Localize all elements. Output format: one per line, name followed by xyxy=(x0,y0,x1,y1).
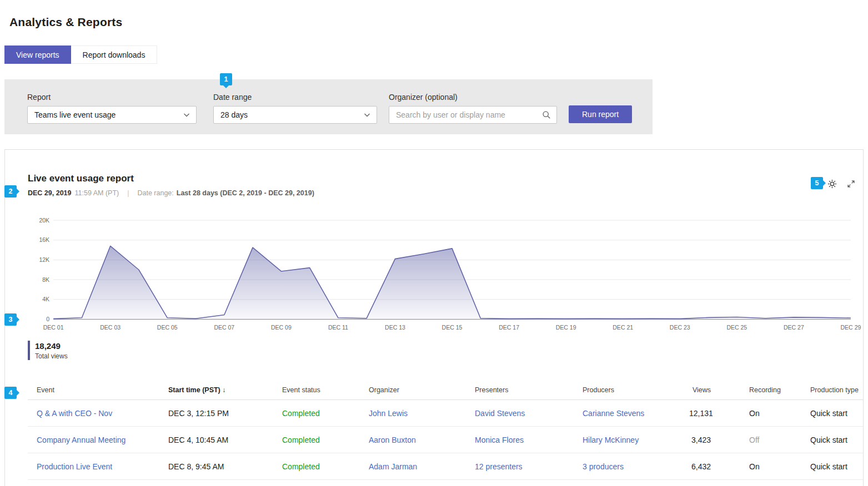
report-card-actions xyxy=(827,179,855,189)
chevron-down-icon xyxy=(363,111,371,119)
tab-view-reports[interactable]: View reports xyxy=(4,45,71,64)
organizer-label: Organizer (optional) xyxy=(389,93,557,102)
svg-text:DEC 27: DEC 27 xyxy=(784,324,804,331)
presenters-link[interactable]: David Stevens xyxy=(475,400,583,427)
producers-link[interactable]: Carianne Stevens xyxy=(583,400,689,427)
recording-cell: On xyxy=(736,453,810,480)
svg-text:DEC 13: DEC 13 xyxy=(385,324,405,331)
event-status-cell: Completed xyxy=(282,427,369,453)
date-range-label: Date range xyxy=(213,93,377,102)
chart-legend: 18,249 Total views xyxy=(28,341,863,360)
run-report-button[interactable]: Run report xyxy=(569,105,632,123)
svg-text:20K: 20K xyxy=(39,217,49,224)
column-views[interactable]: Views xyxy=(689,381,736,400)
table-header-row: Event Start time (PST) ↓ Event status Or… xyxy=(28,381,863,400)
column-event[interactable]: Event xyxy=(28,381,168,400)
total-views-label: Total views xyxy=(35,352,68,360)
report-title: Live event usage report xyxy=(28,173,863,184)
total-views-value: 18,249 xyxy=(35,341,68,351)
column-recording[interactable]: Recording xyxy=(736,381,810,400)
report-card: Live event usage report DEC 29, xyxy=(4,149,864,486)
presenters-link[interactable]: 12 presenters xyxy=(475,453,583,480)
producers-link[interactable]: 3 producers xyxy=(583,453,689,480)
legend-color-bar xyxy=(28,341,30,360)
tab-bar: View reports Report downloads xyxy=(4,45,868,64)
presenters-link[interactable]: Monica Flores xyxy=(475,427,583,453)
views-cell: 6,432 xyxy=(689,453,736,480)
event-status-cell: Completed xyxy=(282,400,369,427)
date-range-caption: Date range: xyxy=(137,189,173,197)
column-presenters[interactable]: Presenters xyxy=(475,381,583,400)
svg-text:DEC 07: DEC 07 xyxy=(214,324,234,331)
start-time-cell: DEC 4, 10:45 AM xyxy=(168,427,282,453)
svg-text:DEC 17: DEC 17 xyxy=(499,324,519,331)
date-range-value: 28 days xyxy=(220,110,248,119)
organizer-search-box xyxy=(389,106,557,124)
callout-5-card-actions: 5 xyxy=(811,177,823,189)
table-row: Q & A with CEO - Nov DEC 3, 12:15 PM Com… xyxy=(28,400,863,427)
svg-text:DEC 01: DEC 01 xyxy=(43,324,64,331)
events-table: Event Start time (PST) ↓ Event status Or… xyxy=(28,381,863,480)
recording-cell: Off xyxy=(736,427,810,453)
svg-text:12K: 12K xyxy=(39,256,49,263)
report-select-value: Teams live event usage xyxy=(34,110,116,119)
production-type-cell: Quick start xyxy=(810,427,863,453)
column-production-type[interactable]: Production type xyxy=(810,381,863,400)
date-range-select[interactable]: 28 days xyxy=(213,106,377,124)
search-icon xyxy=(542,110,551,119)
column-organizer[interactable]: Organizer xyxy=(369,381,475,400)
event-link[interactable]: Q & A with CEO - Nov xyxy=(28,400,168,427)
svg-text:0: 0 xyxy=(46,316,49,322)
svg-text:DEC 11: DEC 11 xyxy=(328,324,348,331)
report-select-group: Report Teams live event usage xyxy=(27,93,197,124)
report-card-header: Live event usage report xyxy=(28,173,863,184)
callout-2-report-timestamp: 2 xyxy=(4,185,17,198)
column-start-time[interactable]: Start time (PST) ↓ xyxy=(168,381,282,400)
organizer-link[interactable]: John Lewis xyxy=(369,400,475,427)
start-time-cell: DEC 8, 9:45 AM xyxy=(168,453,282,480)
svg-text:DEC 15: DEC 15 xyxy=(442,324,463,331)
usage-area-chart: 04K8K12K16K20KDEC 01DEC 03DEC 05DEC 07DE… xyxy=(28,216,863,334)
svg-text:DEC 23: DEC 23 xyxy=(670,324,690,331)
callout-3-chart-axis: 3 xyxy=(4,313,17,326)
start-time-cell: DEC 3, 12:15 PM xyxy=(168,400,282,427)
event-link[interactable]: Company Annual Meeting xyxy=(28,427,168,453)
svg-text:8K: 8K xyxy=(42,276,49,283)
page-title: Analytics & Reports xyxy=(0,0,868,29)
report-date: DEC 29, 2019 xyxy=(28,189,72,197)
organizer-link[interactable]: Adam Jarman xyxy=(369,453,475,480)
organizer-search-input[interactable] xyxy=(396,110,542,119)
event-status-cell: Completed xyxy=(282,453,369,480)
report-label: Report xyxy=(27,93,197,102)
report-filter-bar: Report Teams live event usage Date range… xyxy=(4,79,653,134)
tab-report-downloads[interactable]: Report downloads xyxy=(71,45,158,64)
producers-link[interactable]: Hilary McKinney xyxy=(583,427,689,453)
views-cell: 12,131 xyxy=(689,400,736,427)
column-start-time-label: Start time (PST) xyxy=(168,386,220,394)
separator: | xyxy=(127,189,129,197)
expand-fullscreen-icon[interactable] xyxy=(847,180,855,188)
date-range-group: Date range 28 days xyxy=(213,93,377,124)
column-event-status[interactable]: Event status xyxy=(282,381,369,400)
table-row: Production Live Event DEC 8, 9:45 AM Com… xyxy=(28,453,863,480)
svg-text:DEC 21: DEC 21 xyxy=(613,324,633,331)
table-row: Company Annual Meeting DEC 4, 10:45 AM C… xyxy=(28,427,863,453)
column-producers[interactable]: Producers xyxy=(583,381,689,400)
settings-gear-icon[interactable] xyxy=(827,179,837,189)
recording-cell: On xyxy=(736,400,810,427)
organizer-group: Organizer (optional) xyxy=(389,93,557,124)
production-type-cell: Quick start xyxy=(810,400,863,427)
svg-text:DEC 29: DEC 29 xyxy=(841,324,861,331)
report-select[interactable]: Teams live event usage xyxy=(27,106,197,124)
svg-text:DEC 19: DEC 19 xyxy=(556,324,576,331)
svg-text:DEC 09: DEC 09 xyxy=(271,324,292,331)
svg-text:16K: 16K xyxy=(39,236,49,243)
report-time: 11:59 AM (PT) xyxy=(75,189,119,197)
svg-text:DEC 05: DEC 05 xyxy=(157,324,178,331)
organizer-link[interactable]: Aaron Buxton xyxy=(369,427,475,453)
svg-text:DEC 25: DEC 25 xyxy=(726,324,747,331)
views-cell: 3,423 xyxy=(689,427,736,453)
event-link[interactable]: Production Live Event xyxy=(28,453,168,480)
date-range-text: Last 28 days (DEC 2, 2019 - DEC 29, 2019… xyxy=(177,189,314,197)
callout-4-table: 4 xyxy=(4,387,17,399)
